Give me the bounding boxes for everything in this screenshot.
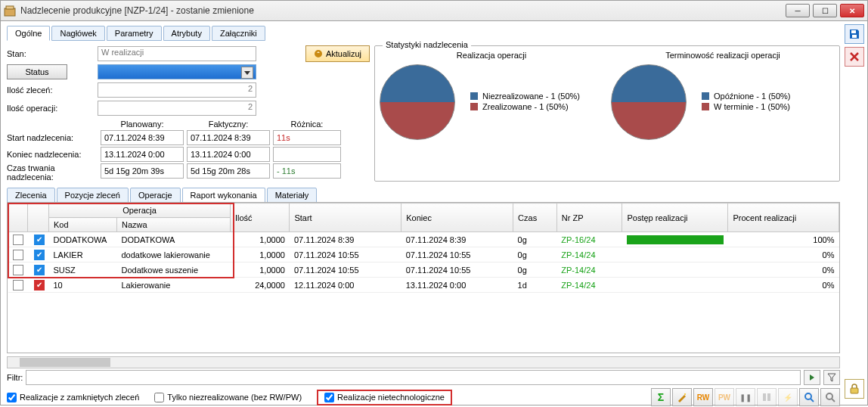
table-row[interactable]: ✔DODATKOWADODATKOWA1,000007.11.2024 8:39… xyxy=(8,232,839,247)
cell-start: 07.11.2024 10:55 xyxy=(290,247,401,263)
cell-kod: 10 xyxy=(49,278,117,293)
svg-rect-9 xyxy=(851,388,858,393)
maximize-button[interactable]: ☐ xyxy=(813,4,837,17)
koniec-fakt-field[interactable] xyxy=(187,147,270,162)
cell-koniec: 07.11.2024 8:39 xyxy=(401,232,513,247)
cell-czas: 0g xyxy=(513,232,557,247)
ilosc-operacji-label: Ilość operacji: xyxy=(7,104,98,113)
cell-start: 12.11.2024 0:00 xyxy=(290,278,401,293)
close-button[interactable]: ✕ xyxy=(840,4,864,17)
row-state-icon: ✔ xyxy=(34,280,45,290)
table-row[interactable]: ✔10Lakierowanie24,000012.11.2024 0:0013.… xyxy=(8,278,839,293)
tab-atrybuty[interactable]: Atrybuty xyxy=(163,26,210,41)
highlight-nontech: Realizacje nietechnologiczne xyxy=(317,390,452,405)
window-title: Nadzlecenie produkcyjne [NZP-1/24] - zos… xyxy=(20,5,786,16)
col-postep[interactable]: Postęp realizacji xyxy=(622,204,728,232)
ilosc-zlecen-label: Ilość zleceń: xyxy=(7,85,98,95)
table-row[interactable]: ✔SUSZDodatkowe suszenie1,000007.11.2024 … xyxy=(8,263,839,278)
filter-input[interactable] xyxy=(26,370,801,385)
legend-color-red xyxy=(702,103,709,110)
col-ilosc[interactable]: Ilość xyxy=(231,204,290,232)
col-czas[interactable]: Czas xyxy=(513,204,557,232)
cell-nrzp[interactable]: ZP-14/24 xyxy=(556,247,622,263)
sum-button[interactable]: Σ xyxy=(651,388,671,406)
stats-panel: Statystyki nadzlecenia Realizacja operac… xyxy=(374,45,840,182)
minimize-button[interactable]: ─ xyxy=(786,4,810,17)
col-koniec[interactable]: Koniec xyxy=(401,204,513,232)
opt-unrealized[interactable]: Tylko niezrealizowane (bez RW/PW) xyxy=(154,393,302,402)
chart1-legend-1: Zrealizowane - 1 (50%) xyxy=(482,102,569,111)
tab-parametry[interactable]: Parametry xyxy=(107,26,162,41)
lock-button[interactable] xyxy=(845,379,864,399)
cell-kod: DODATKOWA xyxy=(49,232,117,247)
cell-postep xyxy=(622,278,728,293)
cell-nrzp[interactable]: ZP-14/24 xyxy=(556,263,622,278)
tab-zalaczniki[interactable]: Załączniki xyxy=(212,26,265,41)
cell-czas: 1d xyxy=(513,278,557,293)
col-roznica: Różnica: xyxy=(273,120,341,129)
svg-rect-2 xyxy=(851,30,856,33)
cell-ilosc: 1,0000 xyxy=(231,232,290,247)
start-label: Start nadzlecenia: xyxy=(7,130,98,145)
columns-button xyxy=(757,388,777,406)
filter-builder-button[interactable] xyxy=(823,370,840,385)
cell-nazwa: Dodatkowe suszenie xyxy=(117,263,231,278)
czas-fakt-field[interactable] xyxy=(187,163,270,179)
ilosc-zlecen-field: 2 xyxy=(98,82,256,98)
svg-rect-3 xyxy=(852,35,857,38)
row-checkbox[interactable] xyxy=(13,235,23,245)
col-group-operacja[interactable]: Operacja xyxy=(49,204,231,218)
cell-ilosc: 1,0000 xyxy=(231,247,290,263)
cell-koniec: 13.11.2024 0:00 xyxy=(401,278,513,293)
czas-plan-field[interactable] xyxy=(101,163,184,179)
tab-ogolne[interactable]: Ogólne xyxy=(7,26,50,41)
preview-button[interactable] xyxy=(799,388,819,406)
edit-button[interactable] xyxy=(820,388,840,406)
col-nrzp[interactable]: Nr ZP xyxy=(556,204,622,232)
status-button[interactable]: Status xyxy=(7,64,67,79)
cell-procent: 0% xyxy=(728,263,839,278)
opt-nontech[interactable]: Realizacje nietechnologiczne xyxy=(324,393,445,402)
cell-czas: 0g xyxy=(513,263,557,278)
svg-point-8 xyxy=(826,393,832,399)
cell-postep xyxy=(622,232,728,247)
start-plan-field[interactable] xyxy=(101,130,184,145)
horizontal-scrollbar[interactable] xyxy=(7,356,840,368)
cell-postep xyxy=(622,247,728,263)
aktualizuj-button[interactable]: Aktualizuj xyxy=(305,45,370,62)
save-button[interactable] xyxy=(845,24,864,44)
col-procent[interactable]: Procent realizacji xyxy=(728,204,839,232)
subtab-raport[interactable]: Raport wykonania xyxy=(182,188,265,203)
wand-button[interactable] xyxy=(672,388,692,406)
table-row[interactable]: ✔LAKIERdodatkowe lakierowanie1,000007.11… xyxy=(8,247,839,263)
subtab-materialy[interactable]: Materiały xyxy=(267,188,318,203)
cell-nrzp[interactable]: ZP-14/24 xyxy=(556,278,622,293)
subtab-pozycje[interactable]: Pozycje zleceń xyxy=(57,188,129,203)
col-planowany: Planowany: xyxy=(101,120,184,129)
subtab-operacje[interactable]: Operacje xyxy=(130,188,181,203)
cell-koniec: 07.11.2024 10:55 xyxy=(401,263,513,278)
start-fakt-field[interactable] xyxy=(187,130,270,145)
tab-naglowek[interactable]: Nagłówek xyxy=(51,26,104,41)
row-checkbox[interactable] xyxy=(13,280,23,290)
filter-run-button[interactable] xyxy=(804,370,820,385)
row-checkbox[interactable] xyxy=(13,250,23,260)
czas-label: Czas trwania nadzlecenia: xyxy=(7,163,98,182)
status-combo[interactable] xyxy=(98,64,256,79)
cell-kod: SUSZ xyxy=(49,263,117,278)
cancel-button[interactable] xyxy=(845,47,864,67)
report-grid[interactable]: Operacja Ilość Start Koniec Czas Nr ZP P… xyxy=(7,202,840,353)
czas-diff-field xyxy=(273,163,341,179)
cell-nazwa: DODATKOWA xyxy=(117,232,231,247)
svg-point-4 xyxy=(684,393,686,395)
cell-procent: 0% xyxy=(728,278,839,293)
col-start[interactable]: Start xyxy=(290,204,401,232)
subtab-zlecenia[interactable]: Zlecenia xyxy=(7,188,55,203)
col-nazwa[interactable]: Nazwa xyxy=(117,218,231,232)
koniec-plan-field[interactable] xyxy=(101,147,184,162)
opt-closed[interactable]: Realizacje z zamkniętych zleceń xyxy=(7,393,139,402)
col-kod[interactable]: Kod xyxy=(49,218,117,232)
rw-button[interactable]: RW xyxy=(693,388,713,406)
cell-nrzp[interactable]: ZP-16/24 xyxy=(556,232,622,247)
row-checkbox[interactable] xyxy=(13,265,23,275)
